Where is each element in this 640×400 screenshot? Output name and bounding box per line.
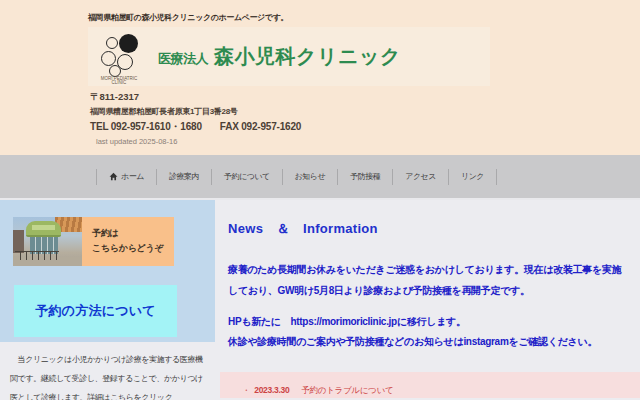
- last-updated: last updated 2025-08-16: [90, 134, 301, 149]
- tel-number: TEL 092-957-1610・1680: [90, 121, 202, 132]
- nav-item-access[interactable]: アクセス: [392, 169, 448, 185]
- kakaritsuke-note: 当クリニックは小児かかりつけ診療を実施する医療機関です。継続して受診し、登録する…: [0, 342, 215, 400]
- street-address: 福岡県糟屋郡粕屋町長者原東1丁目3番28号: [90, 104, 301, 119]
- nav-item-vaccination[interactable]: 予防接種: [337, 169, 392, 185]
- clinic-entrance-photo: [13, 217, 82, 266]
- news-heading: News ＆ Information: [228, 220, 640, 238]
- reservation-banner[interactable]: 予約は こちらからどうぞ: [13, 217, 174, 266]
- bullet-icon: ・: [242, 385, 250, 397]
- page-header: 福岡県粕屋町の森小児科クリニックのホームページです。 MORI PEDIATRI…: [0, 0, 640, 155]
- notice-instagram-line: 休診や診療時間のご案内や予防接種などのお知らせはinstagramをご確認くださ…: [228, 332, 627, 352]
- nav-item-news[interactable]: お知らせ: [282, 169, 338, 185]
- kakaritsuke-detail-link[interactable]: 詳細はこちらをクリック: [87, 393, 172, 400]
- nav-item-reservation[interactable]: 予約について: [211, 169, 282, 185]
- org-label: 医療法人: [158, 50, 208, 68]
- clinic-logo-icon: MORI PEDIATRIC CLINIC: [88, 28, 150, 86]
- nav-item-services[interactable]: 診療案内: [156, 169, 211, 185]
- sidebar-panel: 予約は こちらからどうぞ 予約の方法について: [0, 200, 215, 342]
- photo-building: [13, 230, 24, 253]
- reservation-banner-label: 予約は こちらからどうぞ: [82, 217, 174, 266]
- main-column: News ＆ Information 療養のため長期間お休みをいただきご迷惑をお…: [215, 200, 640, 398]
- news-title: 予約のトラブルについて: [301, 385, 393, 397]
- postal-code: 〒811-2317: [90, 89, 301, 104]
- photo-railing: [15, 251, 59, 260]
- notice-hp-line: HPも新たに https://morimoriclinic.jpに移行します。: [228, 312, 627, 332]
- nav-item-home[interactable]: ホーム: [96, 169, 156, 185]
- logo-circle: [109, 65, 121, 77]
- notice-hp-instagram: HPも新たに https://morimoriclinic.jpに移行します。 …: [228, 312, 627, 352]
- tel-fax-line: TEL 092-957-1610・1680FAX 092-957-1620: [90, 119, 301, 134]
- logo-caption: MORI PEDIATRIC CLINIC: [88, 77, 150, 86]
- clinic-name: 森小児科クリニック: [214, 43, 401, 70]
- news-list-box: ・ 2023.3.30 予約のトラブルについて: [220, 372, 640, 398]
- logo-circle: [101, 51, 116, 66]
- reservation-method-button[interactable]: 予約の方法について: [14, 285, 177, 337]
- main-nav: ホーム 診療案内 予約について お知らせ 予防接種 アクセス リンク: [0, 155, 640, 200]
- home-icon: [109, 172, 118, 181]
- site-tagline: 福岡県粕屋町の森小児科クリニックのホームページです。: [88, 12, 288, 23]
- logo-circle: [106, 37, 118, 49]
- fax-number: FAX 092-957-1620: [220, 121, 301, 132]
- site-title: 医療法人 森小児科クリニック: [158, 43, 401, 70]
- logo-circle: [119, 34, 138, 53]
- photo-sign: [32, 225, 55, 230]
- address-block: 〒811-2317 福岡県糟屋郡粕屋町長者原東1丁目3番28号 TEL 092-…: [90, 89, 301, 149]
- notice-closure: 療養のため長期間お休みをいただきご迷惑をおかけしております。現在は改装工事を実施…: [228, 259, 627, 301]
- news-date: 2023.3.30: [254, 385, 289, 395]
- content-area: 予約は こちらからどうぞ 予約の方法について 当クリニックは小児かかりつけ診療を…: [0, 200, 640, 398]
- nav-item-links[interactable]: リンク: [448, 169, 497, 185]
- logo-banner: MORI PEDIATRIC CLINIC 医療法人 森小児科クリニック: [88, 27, 490, 86]
- news-list-item[interactable]: ・ 2023.3.30 予約のトラブルについて: [220, 372, 640, 397]
- sidebar: 予約は こちらからどうぞ 予約の方法について 当クリニックは小児かかりつけ診療を…: [0, 200, 215, 398]
